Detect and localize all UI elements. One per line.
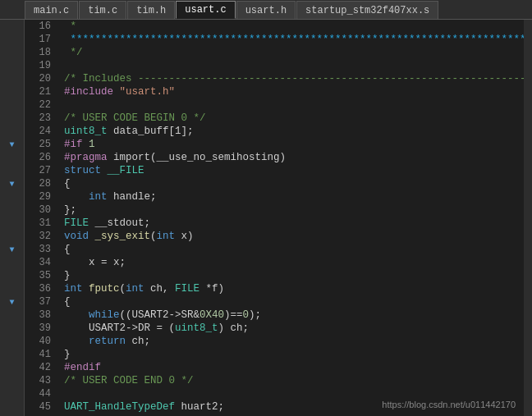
line-number-35: 35 <box>25 269 51 282</box>
tab-main-c[interactable]: main.c <box>25 1 78 19</box>
fold-arrow-21 <box>7 85 18 98</box>
code-line-35: } <box>64 269 524 282</box>
fold-arrow-40 <box>7 335 18 348</box>
fold-arrow-33[interactable]: ▼ <box>7 243 18 256</box>
line-number-19: 19 <box>25 59 51 72</box>
tab-tim-c[interactable]: tim.c <box>79 1 126 19</box>
fold-arrow-20 <box>7 72 18 85</box>
code-line-26: #pragma import(__use_no_semihosting) <box>64 151 524 164</box>
code-line-29: int handle; <box>64 190 524 203</box>
line-number-20: 20 <box>25 72 51 85</box>
fold-arrow-34 <box>7 256 18 269</box>
code-line-41: } <box>64 348 524 361</box>
code-line-24: uint8_t data_buff[1]; <box>64 125 524 138</box>
code-line-19 <box>64 59 524 72</box>
line-number-23: 23 <box>25 112 51 125</box>
line-number-25: 25 <box>25 138 51 151</box>
fold-arrow-30 <box>7 203 18 217</box>
fold-arrow-31 <box>7 217 18 230</box>
code-line-20: /* Includes ----------------------------… <box>64 72 524 85</box>
fold-arrow-23 <box>7 112 18 125</box>
code-line-30: }; <box>64 203 524 217</box>
fold-arrow-38 <box>7 309 18 322</box>
fold-arrow-17 <box>7 33 18 46</box>
tab-usart-h[interactable]: usart.h <box>236 1 296 19</box>
code-line-16: * <box>64 20 524 33</box>
code-line-22 <box>64 98 524 112</box>
line-number-38: 38 <box>25 309 51 322</box>
line-number-34: 34 <box>25 256 51 269</box>
tab-label: usart.h <box>245 5 287 16</box>
fold-gutter: ▼▼▼▼ <box>0 20 25 416</box>
line-numbers: 1617181920212223242526272829303132333435… <box>25 20 57 416</box>
code-line-44 <box>64 387 524 400</box>
fold-arrow-41 <box>7 348 18 361</box>
tab-tim-h[interactable]: tim.h <box>127 1 175 19</box>
code-area[interactable]: * **************************************… <box>57 20 524 416</box>
fold-arrow-32 <box>7 230 18 243</box>
code-line-42: #endif <box>64 361 524 374</box>
code-line-23: /* USER CODE BEGIN 0 */ <box>64 112 524 125</box>
fold-arrow-29 <box>7 190 18 203</box>
code-line-43: /* USER CODE END 0 */ <box>64 374 524 387</box>
fold-arrow-35 <box>7 269 18 282</box>
line-number-44: 44 <box>25 387 51 400</box>
code-line-33: { <box>64 243 524 256</box>
line-number-41: 41 <box>25 348 51 361</box>
line-number-29: 29 <box>25 190 51 203</box>
code-line-27: struct __FILE <box>64 164 524 177</box>
line-number-33: 33 <box>25 243 51 256</box>
line-number-18: 18 <box>25 46 51 59</box>
fold-arrow-37[interactable]: ▼ <box>7 295 18 309</box>
editor-window: main.c tim.c tim.h usart.c usart.h start… <box>0 0 532 416</box>
code-line-34: x = x; <box>64 256 524 269</box>
line-number-24: 24 <box>25 125 51 138</box>
tab-label: tim.c <box>88 5 117 16</box>
code-line-25: #if 1 <box>64 138 524 151</box>
tab-bar: main.c tim.c tim.h usart.c usart.h start… <box>0 0 532 20</box>
fold-arrow-24 <box>7 125 18 138</box>
fold-arrow-25[interactable]: ▼ <box>7 138 18 151</box>
tab-label: main.c <box>34 5 69 16</box>
line-number-40: 40 <box>25 335 51 348</box>
line-number-43: 43 <box>25 374 51 387</box>
tab-usart-c[interactable]: usart.c <box>176 1 235 19</box>
code-line-21: #include "usart.h" <box>64 85 524 98</box>
tab-label: startup_stm32f407xx.s <box>305 5 429 16</box>
line-number-31: 31 <box>25 217 51 230</box>
line-number-16: 16 <box>25 20 51 33</box>
fold-arrow-19 <box>7 59 18 72</box>
fold-arrow-39 <box>7 322 18 335</box>
fold-arrow-42 <box>7 361 18 374</box>
tab-startup[interactable]: startup_stm32f407xx.s <box>296 1 438 19</box>
vertical-scrollbar[interactable] <box>524 20 532 416</box>
code-line-37: { <box>64 295 524 309</box>
fold-arrow-36 <box>7 282 18 295</box>
line-number-22: 22 <box>25 98 51 112</box>
tab-label: tim.h <box>136 5 166 16</box>
code-line-32: void _sys_exit(int x) <box>64 230 524 243</box>
fold-arrow-45 <box>7 400 18 414</box>
line-number-37: 37 <box>25 295 51 309</box>
line-number-39: 39 <box>25 322 51 335</box>
fold-arrow-43 <box>7 374 18 387</box>
fold-arrow-22 <box>7 98 18 112</box>
fold-arrow-27 <box>7 164 18 177</box>
code-line-39: USART2->DR = (uint8_t) ch; <box>64 322 524 335</box>
editor-body: ▼▼▼▼ 16171819202122232425262728293031323… <box>0 20 532 416</box>
line-number-45: 45 <box>25 400 51 414</box>
line-number-21: 21 <box>25 85 51 98</box>
line-number-28: 28 <box>25 177 51 190</box>
watermark: https://blog.csdn.net/u011442170 <box>382 400 516 409</box>
fold-arrow-16 <box>7 20 18 33</box>
fold-arrow-28[interactable]: ▼ <box>7 177 18 190</box>
code-line-31: FILE __stdout; <box>64 217 524 230</box>
code-line-28: { <box>64 177 524 190</box>
code-line-36: int fputc(int ch, FILE *f) <box>64 282 524 295</box>
code-line-40: return ch; <box>64 335 524 348</box>
fold-arrow-44 <box>7 387 18 400</box>
line-number-42: 42 <box>25 361 51 374</box>
fold-arrow-18 <box>7 46 18 59</box>
line-number-26: 26 <box>25 151 51 164</box>
code-line-38: while((USART2->SR&0X40)==0); <box>64 309 524 322</box>
